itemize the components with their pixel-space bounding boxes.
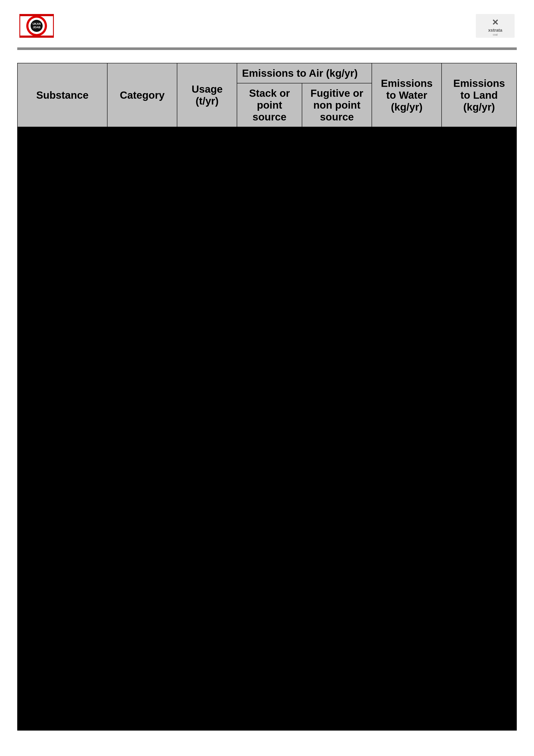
th-land: Emissionsto Land(kg/yr) [442, 63, 517, 127]
svg-text:✕: ✕ [492, 18, 499, 27]
svg-text:JDAB: JDAB [33, 26, 40, 29]
svg-rect-7 [20, 36, 53, 37]
right-logo-icon: ✕ xstrata coal [476, 14, 515, 38]
th-category: Category [107, 63, 177, 127]
th-emissions-air: Emissions to Air (kg/yr) [237, 63, 372, 83]
page: UKAN JDAB ✕ xstrata coal [0, 0, 534, 756]
table-body-row [17, 127, 517, 730]
left-logo-icon: UKAN JDAB [19, 14, 54, 38]
emissions-table: Substance Category Usage(t/yr) Emissions… [17, 63, 517, 731]
page-header: UKAN JDAB ✕ xstrata coal [17, 13, 517, 39]
table-header-row-1: Substance Category Usage(t/yr) Emissions… [17, 63, 517, 83]
logo-right: ✕ xstrata coal [474, 13, 517, 39]
emissions-table-container: Substance Category Usage(t/yr) Emissions… [17, 63, 517, 731]
header-divider [17, 47, 517, 50]
th-water: Emissionsto Water(kg/yr) [372, 63, 442, 127]
svg-text:xstrata: xstrata [488, 28, 502, 33]
svg-text:coal: coal [493, 33, 497, 36]
svg-text:UKAN: UKAN [33, 22, 41, 25]
th-substance: Substance [17, 63, 107, 127]
logo-left: UKAN JDAB [17, 13, 56, 39]
th-stack: Stack orpointsource [237, 83, 302, 127]
svg-rect-6 [20, 14, 53, 16]
th-usage: Usage(t/yr) [177, 63, 237, 127]
th-fugitive: Fugitive ornon pointsource [302, 83, 372, 127]
